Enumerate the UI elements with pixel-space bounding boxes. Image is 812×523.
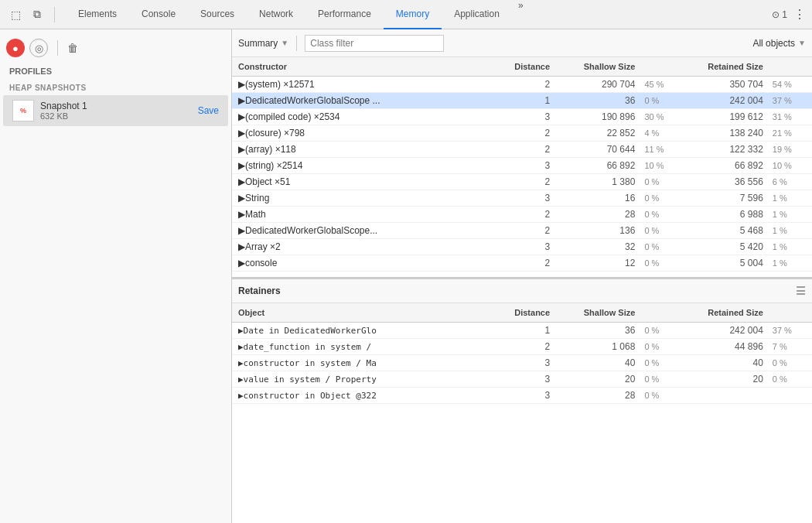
distance-cell: 2 (488, 339, 556, 355)
device-toggle-icon[interactable]: ⧉ (28, 5, 46, 24)
col-header-object[interactable]: Object (232, 303, 488, 323)
shallow-cell: 36 (556, 93, 641, 109)
col-header-retained[interactable]: Retained Size (684, 57, 769, 77)
content-area: Summary ▼ All objects ▼ Constructor Dist… (232, 29, 812, 523)
sidebar-toolbar-sep (57, 40, 58, 56)
table-row[interactable]: ▶String 3 16 0 % 7 596 1 % (232, 190, 812, 207)
constructor-cell: ▶(compiled code) ×2534 (232, 109, 488, 125)
tab-performance[interactable]: Performance (305, 0, 384, 29)
retained-pct-cell: 1 % (769, 207, 812, 223)
tab-sources[interactable]: Sources (188, 0, 247, 29)
table-row[interactable]: ▶(string) ×2514 3 66 892 10 % 66 892 10 … (232, 158, 812, 174)
clear-button[interactable]: ◎ (29, 39, 48, 57)
table-row[interactable]: ▶value in system / Property 3 20 0 % 20 … (232, 371, 812, 388)
distance-cell: 1 (488, 93, 556, 109)
sidebar: ● ◎ 🗑 Profiles HEAP SNAPSHOTS % Snapshot… (0, 29, 232, 523)
distance-cell: 3 (488, 109, 556, 125)
shallow-cell: 28 (556, 388, 641, 404)
retained-pct-cell: 19 % (769, 142, 812, 158)
shallow-pct-cell: 0 % (641, 388, 684, 404)
retained-cell: 199 612 (684, 109, 769, 125)
col-header-ret-distance[interactable]: Distance (488, 303, 556, 323)
tab-memory[interactable]: Memory (384, 0, 442, 29)
table-row[interactable]: ▶console 2 12 0 % 5 004 1 % (232, 255, 812, 272)
snapshot-size: 632 KB (40, 111, 192, 121)
distance-cell: 3 (488, 388, 556, 404)
col-header-distance[interactable]: Distance (488, 57, 556, 77)
tab-network[interactable]: Network (247, 0, 305, 29)
constructor-cell: ▶(system) ×12571 (232, 77, 488, 93)
table-row[interactable]: ▶Math 2 28 0 % 6 988 1 % (232, 207, 812, 223)
snapshot-item[interactable]: % Snapshot 1 632 KB Save (3, 95, 228, 126)
retained-cell: 242 004 (684, 93, 769, 109)
snapshot-name: Snapshot 1 (40, 101, 192, 111)
table-row[interactable]: ▶Date in DedicatedWorkerGlo 1 36 0 % 242… (232, 323, 812, 339)
heap-tbody: ▶(system) ×12571 2 290 704 45 % 350 704 … (232, 77, 812, 272)
trash-button[interactable]: 🗑 (67, 42, 78, 54)
shallow-pct-cell: 0 % (641, 190, 684, 207)
shallow-cell: 136 (556, 223, 641, 239)
retained-cell: 138 240 (684, 125, 769, 142)
col-header-shallow-pct (641, 57, 684, 77)
retained-pct-cell: 0 % (769, 371, 812, 388)
nav-icon-group: ⬚ ⧉ (6, 5, 60, 24)
all-objects-dropdown[interactable]: All objects ▼ (752, 38, 806, 49)
table-row[interactable]: ▶(closure) ×798 2 22 852 4 % 138 240 21 … (232, 125, 812, 142)
table-row[interactable]: ▶constructor in system / Ma 3 40 0 % 40 … (232, 355, 812, 371)
table-row[interactable]: ▶Array ×2 3 32 0 % 5 420 1 % (232, 239, 812, 255)
table-row[interactable]: ▶constructor in Object @322 3 28 0 % (232, 388, 812, 404)
shallow-pct-cell: 10 % (641, 158, 684, 174)
distance-cell: 3 (488, 371, 556, 388)
shallow-cell: 28 (556, 207, 641, 223)
retained-pct-cell: 37 % (769, 323, 812, 339)
shallow-cell: 16 (556, 190, 641, 207)
tab-more-button[interactable]: » (512, 0, 530, 29)
col-header-constructor[interactable]: Constructor (232, 57, 488, 77)
table-row[interactable]: ▶DedicatedWorkerGlobalScope... 2 136 0 %… (232, 223, 812, 239)
distance-cell: 1 (488, 323, 556, 339)
table-row[interactable]: ▶Object ×51 2 1 380 0 % 36 556 6 % (232, 174, 812, 190)
nav-menu-icon[interactable]: ⋮ (793, 7, 806, 22)
retained-cell: 40 (684, 355, 769, 371)
snapshot-save-button[interactable]: Save (198, 105, 219, 116)
retained-cell: 20 (684, 371, 769, 388)
object-cell: ▶value in system / Property (232, 371, 488, 388)
retainers-scroll-icon[interactable]: ☰ (796, 285, 806, 297)
tab-application[interactable]: Application (442, 0, 512, 29)
shallow-pct-cell: 0 % (641, 174, 684, 190)
retained-pct-cell: 1 % (769, 239, 812, 255)
shallow-pct-cell: 0 % (641, 339, 684, 355)
distance-cell: 2 (488, 142, 556, 158)
shallow-cell: 40 (556, 355, 641, 371)
table-row[interactable]: ▶(system) ×12571 2 290 704 45 % 350 704 … (232, 77, 812, 93)
record-button[interactable]: ● (6, 39, 25, 57)
retained-pct-cell: 54 % (769, 77, 812, 93)
table-row[interactable]: ▶date_function in system / 2 1 068 0 % 4… (232, 339, 812, 355)
retained-cell: 122 332 (684, 142, 769, 158)
shallow-cell: 190 896 (556, 109, 641, 125)
select-element-icon[interactable]: ⬚ (6, 5, 25, 24)
object-cell: ▶Date in DedicatedWorkerGlo (232, 323, 488, 339)
shallow-cell: 36 (556, 323, 641, 339)
class-filter-input[interactable] (305, 35, 444, 52)
settings-badge[interactable]: ⊙ 1 (772, 9, 787, 20)
distance-cell: 2 (488, 223, 556, 239)
summary-dropdown[interactable]: Summary ▼ (238, 38, 288, 49)
snapshot-info: Snapshot 1 632 KB (40, 101, 192, 121)
distance-cell: 3 (488, 239, 556, 255)
col-header-shallow[interactable]: Shallow Size (556, 57, 641, 77)
constructor-cell: ▶Array ×2 (232, 239, 488, 255)
retained-pct-cell: 1 % (769, 255, 812, 272)
all-objects-label: All objects (752, 38, 795, 49)
distance-cell: 2 (488, 255, 556, 272)
tab-console[interactable]: Console (129, 0, 188, 29)
table-row[interactable]: ▶(compiled code) ×2534 3 190 896 30 % 19… (232, 109, 812, 125)
table-row[interactable]: ▶DedicatedWorkerGlobalScope ... 1 36 0 %… (232, 93, 812, 109)
shallow-pct-cell: 0 % (641, 355, 684, 371)
col-header-ret-shallow[interactable]: Shallow Size (556, 303, 641, 323)
retained-cell: 5 468 (684, 223, 769, 239)
shallow-pct-cell: 0 % (641, 255, 684, 272)
table-row[interactable]: ▶(array) ×118 2 70 644 11 % 122 332 19 % (232, 142, 812, 158)
tab-elements[interactable]: Elements (66, 0, 129, 29)
col-header-ret-retained[interactable]: Retained Size (684, 303, 769, 323)
